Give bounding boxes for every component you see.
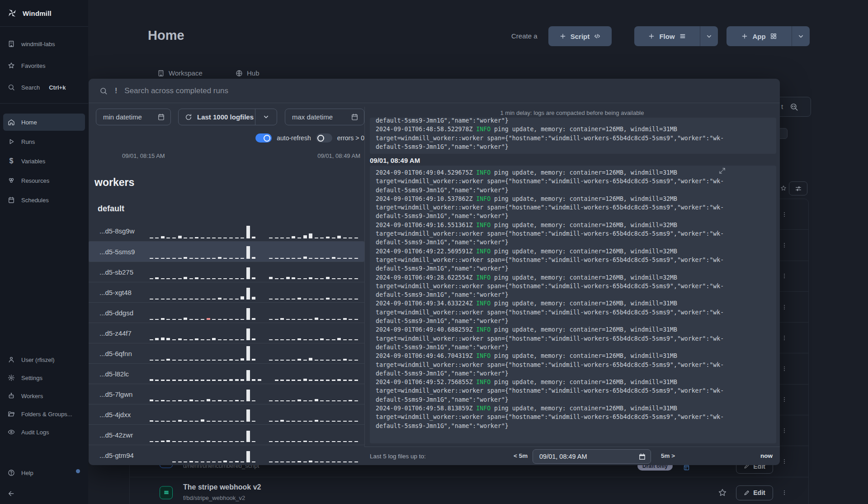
sparkline-bar	[343, 380, 347, 381]
worker-row[interactable]: ...d5-5sms9	[89, 241, 364, 262]
kebab-menu-icon[interactable]	[781, 457, 788, 466]
sparkline-bar	[309, 319, 312, 320]
create-flow-dropdown-button[interactable]	[700, 26, 718, 46]
sparkline-bar	[258, 258, 261, 259]
worker-row[interactable]: ...d5-6qfnn	[89, 343, 364, 363]
worker-row[interactable]: ...d5-gtm94	[89, 445, 364, 465]
create-app-dropdown-button[interactable]	[792, 26, 810, 46]
kebab-menu-icon[interactable]	[781, 333, 788, 342]
kebab-menu-icon[interactable]	[781, 271, 788, 281]
search-icon	[99, 87, 108, 95]
kebab-menu-icon[interactable]	[781, 364, 788, 373]
sparkline-bar	[246, 246, 250, 259]
kebab-menu-icon[interactable]	[781, 241, 788, 250]
sidebar-item-resources[interactable]: Resources	[0, 172, 88, 189]
worker-row[interactable]: ...d5-sb275	[89, 262, 364, 282]
sidebar-item-runs[interactable]: Runs	[0, 133, 88, 150]
runs-search-input[interactable]	[124, 86, 780, 95]
tab-hub[interactable]: Hub	[236, 69, 259, 77]
sidebar-item-search[interactable]: SearchCtrl+k	[0, 79, 88, 96]
sidebar-item-favorites[interactable]: Favorites	[0, 57, 88, 74]
calendar-icon[interactable]	[638, 453, 646, 461]
sparkline-bar	[161, 299, 165, 300]
kebab-menu-icon[interactable]	[781, 426, 788, 435]
worker-row[interactable]: ...d5-7lgwn	[89, 384, 364, 404]
auto-refresh-toggle[interactable]	[255, 133, 272, 143]
sparkline-bar	[178, 420, 182, 422]
logfiles-dropdown-chevron[interactable]	[255, 109, 277, 125]
sidebar-item-schedules[interactable]: Schedules	[0, 191, 88, 209]
sparkline-bar	[275, 339, 278, 340]
create-app-button[interactable]: App	[726, 26, 792, 46]
errors-only-toggle[interactable]	[316, 133, 332, 143]
sparkline-bar	[241, 461, 244, 462]
sidebar-item-folders-groups[interactable]: Folders & Groups...	[0, 405, 88, 423]
kebab-menu-icon[interactable]	[781, 488, 788, 497]
sidebar-item-workers[interactable]: Workers	[0, 387, 88, 404]
worker-name: ...d5-7lgwn	[99, 390, 142, 398]
worker-row[interactable]: ...d5-z44f7	[89, 323, 364, 343]
worker-activity-sparkline	[150, 346, 358, 361]
sidebar-item-settings[interactable]: Settings	[0, 369, 88, 386]
sparkline-bar	[223, 339, 227, 340]
edit-button[interactable]: Edit	[736, 485, 773, 500]
sparkline-bar	[155, 319, 159, 320]
kebab-menu-icon[interactable]	[781, 303, 788, 312]
sparkline-bar	[292, 360, 295, 361]
expand-log-icon[interactable]	[719, 167, 726, 174]
max-datetime-input[interactable]: max datetime	[285, 109, 364, 125]
sparkline-bar	[343, 421, 347, 422]
sparkline-bar	[172, 319, 176, 320]
calendar-icon[interactable]	[157, 113, 165, 121]
sparkline-bar	[252, 277, 255, 279]
min-datetime-input[interactable]: min datetime	[96, 109, 171, 125]
sparkline-bar	[218, 461, 222, 462]
sidebar-item-audit-logs[interactable]: Audit Logs	[0, 423, 88, 441]
sparkline-bar	[252, 421, 255, 422]
sparkline-bar	[354, 278, 358, 279]
worker-row[interactable]: ...d5-l82lc	[89, 363, 364, 384]
user-icon	[8, 356, 15, 363]
sidebar-item-user-rfiszel[interactable]: User (rfiszel)	[0, 351, 88, 368]
collapse-sidebar-button[interactable]	[0, 485, 88, 502]
worker-row[interactable]: ...d5-ddgsd	[89, 302, 364, 323]
logfiles-range-dropdown[interactable]: Last 1000 logfiles	[178, 109, 277, 125]
sparkline-bar	[292, 236, 295, 238]
sparkline-bar	[161, 380, 165, 381]
kebab-menu-icon[interactable]	[781, 395, 788, 404]
sidebar-item-windmill-labs[interactable]: windmill-labs	[0, 35, 88, 52]
worker-row[interactable]: ...d5-42zwr	[89, 424, 364, 445]
calendar-icon[interactable]	[351, 113, 359, 121]
create-flow-button[interactable]: Flow	[634, 26, 700, 46]
log-window-datetime-input[interactable]: 09/01, 08:49 AM	[533, 449, 651, 464]
sparkline-bar	[286, 319, 290, 320]
create-script-button[interactable]: Script	[548, 26, 612, 46]
app-logo-row[interactable]: Windmill	[0, 5, 88, 22]
chevron-down-icon	[263, 114, 269, 120]
step-forward-5m-button[interactable]: 5m >	[661, 452, 675, 459]
sparkline-bar	[166, 462, 170, 462]
sidebar-item-variables[interactable]: $Variables	[0, 152, 88, 170]
filter-button[interactable]	[789, 181, 807, 195]
favorite-star-icon[interactable]	[718, 488, 727, 497]
sparkline-bar	[343, 461, 347, 462]
worker-row[interactable]: ...d5-8sg9w	[89, 221, 364, 241]
jump-to-now-button[interactable]: now	[760, 452, 773, 459]
step-back-5m-button[interactable]: < 5m	[514, 452, 528, 459]
worker-name: ...d5-42zwr	[99, 431, 142, 439]
sidebar-item-help[interactable]: Help	[0, 464, 88, 481]
sidebar-divider	[0, 103, 88, 104]
sidebar-item-home[interactable]: Home	[3, 114, 85, 131]
sparkline-bar	[218, 339, 222, 340]
sparkline-bar	[349, 461, 352, 462]
log-entry: 2024-09-01T06:49:22.569591Z INFO ping up…	[376, 247, 770, 273]
create-app-label: App	[752, 33, 765, 40]
list-item-stripe-webhook[interactable]: The stripe webhook v2f/bd/stripe_webhook…	[130, 477, 808, 504]
sparkline-bar	[280, 441, 284, 442]
sidebar-item-label: Folders & Groups...	[21, 411, 72, 418]
sparkline-bar	[161, 278, 165, 279]
tab-workspace[interactable]: Workspace	[157, 69, 203, 77]
kebab-menu-icon[interactable]	[781, 210, 788, 219]
worker-row[interactable]: ...d5-4jdxx	[89, 404, 364, 424]
worker-row[interactable]: ...d5-xgt48	[89, 282, 364, 302]
